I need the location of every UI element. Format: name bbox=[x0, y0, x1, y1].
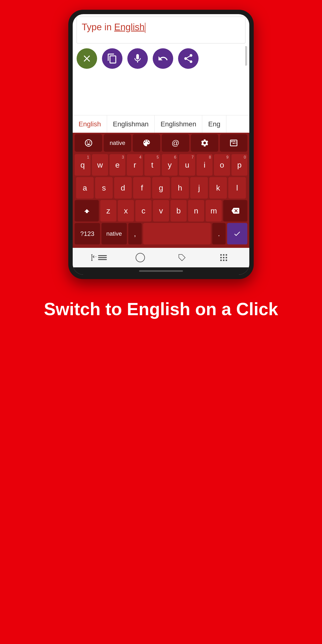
delete-icon bbox=[82, 53, 92, 64]
key-z-label: z bbox=[106, 206, 110, 216]
period-key[interactable]: . bbox=[212, 223, 226, 244]
key-u-label: u bbox=[185, 160, 189, 170]
svg-rect-11 bbox=[220, 257, 222, 258]
back-lines-icon bbox=[98, 254, 107, 261]
text-input-area[interactable]: Type in English bbox=[76, 16, 246, 44]
suggestion-englishmen[interactable]: Englishmen bbox=[155, 116, 202, 133]
delete-button[interactable] bbox=[76, 48, 97, 69]
key-y[interactable]: 6 y bbox=[162, 154, 178, 176]
backspace-key[interactable] bbox=[223, 200, 247, 222]
key-p-label: p bbox=[237, 160, 242, 170]
toolbar-row: native @ bbox=[73, 133, 249, 153]
key-n[interactable]: n bbox=[188, 200, 204, 222]
copy-icon bbox=[107, 53, 118, 64]
key-c[interactable]: c bbox=[136, 200, 152, 222]
suggestion-englishman[interactable]: Englishman bbox=[107, 116, 155, 133]
key-j-label: j bbox=[198, 184, 200, 192]
suggestion-eng[interactable]: Eng bbox=[202, 116, 226, 133]
recent-nav-button[interactable] bbox=[172, 250, 192, 265]
suggestion-english[interactable]: English bbox=[73, 116, 107, 133]
svg-rect-12 bbox=[223, 257, 224, 258]
key-k-label: k bbox=[216, 184, 220, 192]
shift-icon bbox=[83, 207, 91, 215]
key-i-label: i bbox=[204, 160, 206, 170]
theme-button[interactable] bbox=[133, 134, 160, 152]
home-nav-button[interactable] bbox=[130, 250, 150, 265]
key-k[interactable]: k bbox=[209, 177, 227, 198]
nav-bar bbox=[73, 248, 249, 267]
key-u[interactable]: 7 u bbox=[179, 154, 195, 176]
english-word: English bbox=[114, 22, 145, 32]
key-d[interactable]: d bbox=[114, 177, 132, 198]
key-o-label: o bbox=[220, 160, 224, 170]
key-r[interactable]: 4 r bbox=[127, 154, 143, 176]
home-bar bbox=[139, 270, 183, 272]
keyboard-icon bbox=[229, 138, 238, 147]
key-v[interactable]: v bbox=[153, 200, 169, 222]
key-e-label: e bbox=[116, 160, 120, 170]
key-s[interactable]: s bbox=[95, 177, 113, 198]
key-o[interactable]: 9 o bbox=[214, 154, 230, 176]
copy-button[interactable] bbox=[102, 48, 122, 69]
svg-point-7 bbox=[136, 253, 145, 262]
key-w[interactable]: w bbox=[92, 154, 108, 176]
space-key[interactable] bbox=[143, 223, 211, 244]
suggestions-bar: English Englishman Englishmen Eng bbox=[73, 115, 249, 133]
svg-rect-6 bbox=[98, 259, 107, 260]
key-l[interactable]: l bbox=[228, 177, 246, 198]
settings-button[interactable] bbox=[191, 134, 218, 152]
svg-rect-14 bbox=[220, 260, 222, 261]
enter-icon bbox=[233, 230, 241, 238]
key-u-number: 7 bbox=[192, 155, 194, 160]
key-row-2: a s d f g h j k l bbox=[75, 177, 247, 198]
key-a[interactable]: a bbox=[76, 177, 94, 198]
back-icon bbox=[90, 254, 98, 262]
settings-icon bbox=[200, 138, 209, 147]
key-i[interactable]: 8 i bbox=[196, 154, 212, 176]
svg-rect-13 bbox=[226, 257, 227, 258]
palette-icon bbox=[142, 138, 151, 147]
key-h[interactable]: h bbox=[171, 177, 189, 198]
at-label: @ bbox=[172, 138, 179, 148]
native-button[interactable]: native bbox=[104, 134, 131, 152]
share-button[interactable] bbox=[178, 48, 198, 69]
svg-rect-9 bbox=[223, 254, 224, 256]
key-p[interactable]: 0 p bbox=[232, 154, 247, 176]
key-z[interactable]: z bbox=[100, 200, 116, 222]
comma-key[interactable]: , bbox=[128, 223, 142, 244]
key-g[interactable]: g bbox=[152, 177, 170, 198]
key-l-label: l bbox=[236, 184, 238, 192]
scroll-indicator bbox=[245, 46, 247, 66]
comma-label: , bbox=[134, 230, 136, 238]
emoji-button[interactable] bbox=[75, 134, 102, 152]
key-f[interactable]: f bbox=[133, 177, 151, 198]
svg-rect-0 bbox=[86, 212, 88, 213]
svg-rect-10 bbox=[226, 254, 227, 256]
native-key[interactable]: native bbox=[102, 223, 127, 244]
undo-icon bbox=[158, 53, 168, 64]
key-t[interactable]: 5 t bbox=[144, 154, 160, 176]
home-indicator bbox=[73, 267, 249, 275]
key-d-label: d bbox=[121, 184, 125, 192]
numbers-key[interactable]: ?123 bbox=[75, 223, 100, 244]
key-b[interactable]: b bbox=[170, 200, 186, 222]
key-r-number: 4 bbox=[139, 155, 142, 160]
shift-key[interactable] bbox=[75, 200, 99, 222]
period-label: . bbox=[218, 230, 220, 238]
key-m-label: m bbox=[210, 206, 217, 216]
at-button[interactable]: @ bbox=[162, 134, 189, 152]
mic-button[interactable] bbox=[127, 48, 148, 69]
key-t-label: t bbox=[151, 160, 154, 170]
enter-key[interactable] bbox=[227, 223, 247, 244]
key-m[interactable]: m bbox=[206, 200, 222, 222]
keyboard-nav-button[interactable] bbox=[214, 250, 234, 265]
text-input-content: Type in English bbox=[82, 21, 146, 33]
key-j[interactable]: j bbox=[190, 177, 208, 198]
keyboard-hide-button[interactable] bbox=[220, 134, 247, 152]
back-nav-button[interactable] bbox=[89, 250, 108, 265]
key-e[interactable]: 3 e bbox=[110, 154, 126, 176]
key-q[interactable]: 1 q bbox=[75, 154, 90, 176]
phone-frame: Type in English bbox=[68, 10, 254, 279]
key-x[interactable]: x bbox=[118, 200, 134, 222]
undo-button[interactable] bbox=[153, 48, 173, 69]
